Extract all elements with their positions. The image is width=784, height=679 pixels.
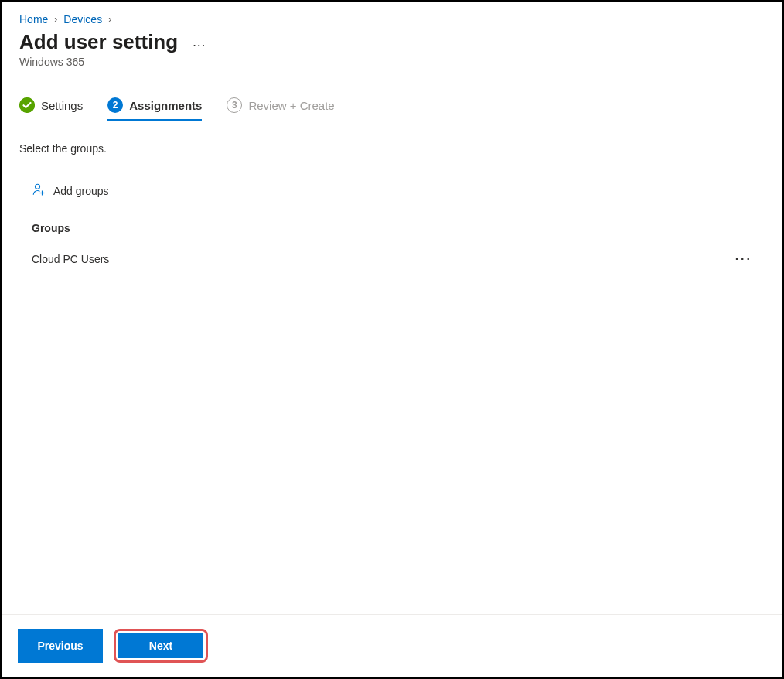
add-groups-label: Add groups <box>53 185 109 197</box>
tab-settings[interactable]: Settings <box>19 97 83 121</box>
tab-settings-label: Settings <box>41 99 83 112</box>
wizard-footer: Previous Next <box>2 614 782 677</box>
group-row[interactable]: Cloud PC Users ··· <box>19 241 765 277</box>
page-subtitle: Windows 365 <box>19 56 765 68</box>
more-icon[interactable]: ··· <box>735 252 752 266</box>
step-number-badge: 2 <box>107 97 123 113</box>
chevron-right-icon: › <box>108 14 111 25</box>
chevron-right-icon: › <box>54 14 57 25</box>
previous-button[interactable]: Previous <box>18 629 103 663</box>
page-title: Add user setting <box>19 30 178 54</box>
breadcrumb-home[interactable]: Home <box>19 13 48 26</box>
instruction-text: Select the groups. <box>19 142 765 155</box>
group-name: Cloud PC Users <box>32 253 109 265</box>
tab-review-label: Review + Create <box>248 99 334 112</box>
check-icon <box>19 97 35 113</box>
groups-column-header: Groups <box>19 216 765 241</box>
svg-point-1 <box>36 184 40 189</box>
tab-assignments-label: Assignments <box>129 99 202 112</box>
breadcrumb: Home › Devices › <box>19 13 765 26</box>
next-button[interactable]: Next <box>118 633 203 658</box>
wizard-tabs: Settings 2 Assignments 3 Review + Create <box>19 97 765 121</box>
step-number-badge: 3 <box>227 97 242 113</box>
tab-review[interactable]: 3 Review + Create <box>227 97 334 121</box>
next-button-highlight: Next <box>114 629 208 663</box>
add-groups-button[interactable]: Add groups <box>19 176 121 205</box>
person-add-icon <box>32 183 46 199</box>
breadcrumb-devices[interactable]: Devices <box>63 13 102 26</box>
tab-assignments[interactable]: 2 Assignments <box>107 97 202 121</box>
more-icon[interactable]: … <box>192 34 207 50</box>
